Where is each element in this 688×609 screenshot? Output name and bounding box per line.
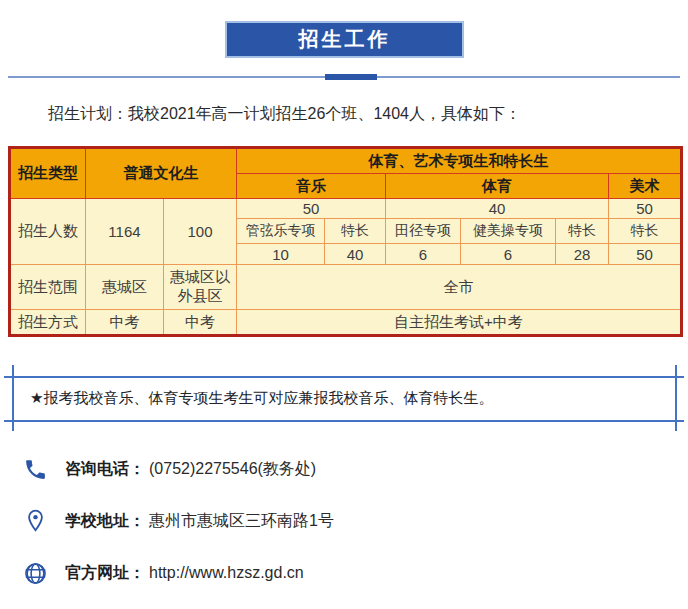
address-label: 学校地址： <box>65 511 145 532</box>
note-text: ★报考我校音乐、体育专项生考生可对应兼报我校音乐、体育特长生。 <box>30 389 493 408</box>
divider-center-segment <box>325 74 377 80</box>
cell-track-count: 6 <box>386 244 461 265</box>
cell-music-talent-count: 40 <box>325 244 386 265</box>
phone-label: 咨询电话： <box>65 459 145 480</box>
page-title: 招生工作 <box>299 26 391 53</box>
cell-art-total: 50 <box>609 199 682 219</box>
header-special-talent-students: 体育、艺术专项生和特长生 <box>237 148 682 174</box>
cell-aerobics-label: 健美操专项 <box>461 219 556 244</box>
contact-row-phone: 咨询电话： (0752)2275546(教务处) <box>22 453 316 485</box>
admissions-table: 招生类型 普通文化生 体育、艺术专项生和特长生 音乐 体育 美术 招生人数 11… <box>8 146 683 337</box>
page: 招生工作 招生计划：我校2021年高一计划招生26个班、1404人，具体如下： … <box>0 0 688 609</box>
cell-art-talent-label: 特长 <box>609 219 682 244</box>
cell-enrollment-count-label: 招生人数 <box>10 199 86 265</box>
location-icon <box>22 508 48 534</box>
note-box-border-right <box>675 365 677 431</box>
cell-method-zhongkao-2: 中考 <box>164 310 237 336</box>
header-music: 音乐 <box>237 174 386 199</box>
phone-icon <box>22 457 48 482</box>
cell-sports-total: 40 <box>386 199 609 219</box>
cell-aerobics-count: 6 <box>461 244 556 265</box>
enrollment-plan-text: 招生计划：我校2021年高一计划招生26个班、1404人，具体如下： <box>48 104 521 125</box>
cell-scope-citywide: 全市 <box>237 265 682 310</box>
cell-orchestra-label: 管弦乐专项 <box>237 219 325 244</box>
note-box-border-bottom <box>4 420 684 422</box>
phone-value: (0752)2275546(教务处) <box>149 459 316 480</box>
page-title-banner: 招生工作 <box>225 21 464 58</box>
header-admission-type: 招生类型 <box>10 148 86 199</box>
globe-icon <box>22 561 48 586</box>
header-regular-culture-students: 普通文化生 <box>86 148 237 199</box>
cell-track-label: 田径专项 <box>386 219 461 244</box>
cell-sports-talent-label: 特长 <box>556 219 609 244</box>
cell-method-zhongkao-1: 中考 <box>86 310 164 336</box>
contact-row-website: 官方网址： http://www.hzsz.gd.cn <box>22 557 304 589</box>
cell-scope-outside: 惠城区以外县区 <box>164 265 237 310</box>
cell-music-talent-label: 特长 <box>325 219 386 244</box>
cell-regular-other-count: 100 <box>164 199 237 265</box>
website-value: http://www.hzsz.gd.cn <box>149 564 304 582</box>
cell-orchestra-count: 10 <box>237 244 325 265</box>
address-value: 惠州市惠城区三环南路1号 <box>149 511 334 532</box>
cell-method-independent: 自主招生考试+中考 <box>237 310 682 336</box>
header-sports: 体育 <box>386 174 609 199</box>
cell-scope-huicheng: 惠城区 <box>86 265 164 310</box>
header-art: 美术 <box>609 174 682 199</box>
cell-music-total: 50 <box>237 199 386 219</box>
cell-sports-talent-count: 28 <box>556 244 609 265</box>
note-box-border-left <box>12 365 14 431</box>
cell-method-label: 招生方式 <box>10 310 86 336</box>
cell-scope-label: 招生范围 <box>10 265 86 310</box>
cell-art-talent-count: 50 <box>609 244 682 265</box>
contact-row-address: 学校地址： 惠州市惠城区三环南路1号 <box>22 505 334 537</box>
cell-regular-huicheng-count: 1164 <box>86 199 164 265</box>
website-label: 官方网址： <box>65 563 145 584</box>
note-box-border-top <box>4 376 684 378</box>
